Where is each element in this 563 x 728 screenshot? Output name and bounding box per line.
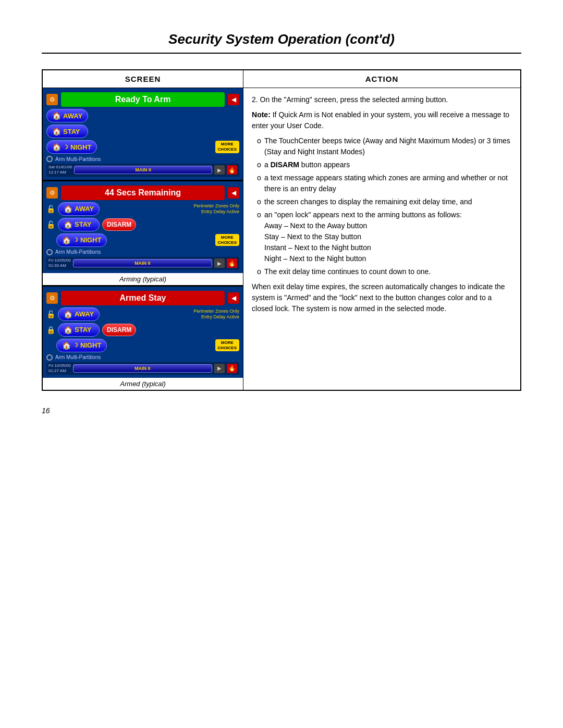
panel-arming: ⚙ 44 Secs Remaining ◀ 🔓 🏠 AWAY Perimeter… (43, 180, 243, 273)
house-stay-icon: 🏠 (52, 127, 61, 135)
house-stay-icon-2: 🏠 (64, 220, 72, 229)
panel-armed: ⚙ Armed Stay ◀ 🔓 🏠 AWAY Perimeter Zones … (43, 285, 243, 378)
fire-icon-3[interactable]: 🔥 (227, 364, 237, 373)
night-button-3[interactable]: 🏠 ☽ NIGHT (56, 339, 107, 352)
datetime-1: Sat 01/61/0012:17 AM (48, 165, 72, 176)
arm-multi-row-1: Arm Multi-Partitions (46, 156, 239, 162)
house-away-icon-3: 🏠 (64, 310, 72, 318)
radio-multi-1[interactable] (46, 156, 53, 162)
action-paragraph2: When exit delay time expires, the screen… (252, 281, 512, 314)
night-button[interactable]: 🏠 ☽ NIGHT (46, 140, 97, 154)
settings-icon[interactable]: ⚙ (46, 94, 58, 105)
lock-open-away-3: 🔓 (46, 310, 55, 318)
video-icon-1[interactable]: ▶ (214, 165, 225, 175)
house-night-icon-2: 🏠 (62, 236, 71, 244)
lock-open-stay: 🔓 (46, 220, 55, 229)
fire-icon-1[interactable]: 🔥 (227, 165, 237, 175)
perimeter-label: Perimeter Zones OnlyEntry Delay Active (102, 203, 239, 215)
stay-row: 🏠 STAY (46, 125, 239, 138)
more-choices-button-1[interactable]: MORECHOICES (215, 141, 239, 153)
away-button-2[interactable]: 🏠 AWAY (58, 202, 100, 216)
moon-icon-2: ☽ (73, 237, 78, 243)
bottom-bar-3: Fri 10/05/0001:27 AM MAIN II ▶ 🔥 (46, 362, 239, 375)
arm-multi-row-2: Arm Multi-Partitions (46, 249, 239, 255)
perimeter-label-3: Perimeter Zones OnlyEntry Delay Active (102, 309, 239, 320)
status-ready-bar: Ready To Arm (61, 92, 225, 107)
bullet-2: a DISARM button appears (257, 159, 512, 170)
radio-multi-3[interactable] (46, 354, 53, 361)
stay-row-3: 🔒 🏠 STAY DISARM (46, 323, 239, 337)
arm-multi-row-3: Arm Multi-Partitions (46, 354, 239, 361)
disarm-button-3[interactable]: DISARM (102, 324, 136, 336)
more-choices-button-2[interactable]: MORECHOICES (215, 234, 239, 246)
lock-open-away: 🔓 (46, 205, 55, 213)
night-row-2: 🏠 ☽ NIGHT MORECHOICES (46, 233, 239, 247)
content-table: SCREEN ACTION ⚙ Ready To Arm ◀ 🏠 AWAY (42, 69, 521, 391)
radio-multi-2[interactable] (46, 249, 53, 255)
moon-icon-3: ☽ (73, 342, 78, 349)
house-away-icon-2: 🏠 (64, 205, 72, 213)
moon-icon: ☽ (63, 144, 68, 151)
page-title: Security System Operation (cont'd) (42, 31, 521, 54)
away-row: 🏠 AWAY (46, 109, 239, 122)
page-number: 16 (42, 406, 521, 415)
away-button[interactable]: 🏠 AWAY (46, 109, 88, 122)
bullet-3: a text message appears stating which zon… (257, 172, 512, 194)
bullet-4: the screen changes to display the remain… (257, 196, 512, 207)
action-header: ACTION (243, 70, 521, 88)
house-night-icon: 🏠 (52, 143, 61, 151)
alert-icon-2[interactable]: ◀ (228, 187, 239, 199)
settings-icon-2[interactable]: ⚙ (46, 187, 58, 199)
alert-icon[interactable]: ◀ (228, 94, 239, 105)
bullet-1: The TouchCenter beeps twice (Away and Ni… (257, 135, 512, 157)
arming-caption: Arming (typical) (43, 273, 243, 285)
stay-row-2: 🔓 🏠 STAY DISARM (46, 218, 239, 231)
main-button-1[interactable]: MAIN II (74, 166, 212, 174)
disarm-button-2[interactable]: DISARM (102, 218, 136, 231)
panel-ready: ⚙ Ready To Arm ◀ 🏠 AWAY 🏠 STAY (43, 88, 243, 180)
house-away-icon: 🏠 (52, 112, 61, 120)
more-choices-button-3[interactable]: MORECHOICES (215, 339, 239, 351)
screen-header: SCREEN (42, 70, 243, 88)
action-note: Note: If Quick Arm is Not enabled in you… (252, 109, 512, 131)
bullet-5: an "open lock" appears next to the armin… (257, 209, 512, 264)
note-text: If Quick Arm is Not enabled in your syst… (252, 110, 509, 130)
night-button-2[interactable]: 🏠 ☽ NIGHT (56, 233, 107, 247)
lock-closed-stay-3: 🔒 (46, 326, 55, 334)
stay-button-3[interactable]: 🏠 STAY (58, 323, 100, 337)
main-button-2[interactable]: MAIN II (73, 259, 212, 267)
main-button-3[interactable]: MAIN II (73, 364, 212, 373)
house-stay-icon-3: 🏠 (64, 326, 72, 334)
away-button-3[interactable]: 🏠 AWAY (58, 307, 100, 321)
note-label: Note: (252, 110, 271, 119)
night-row-3: 🏠 ☽ NIGHT MORECHOICES (46, 339, 239, 352)
action-cell: 2. On the "Arming" screen, press the sel… (243, 88, 521, 391)
status-armed-bar: Armed Stay (61, 291, 225, 305)
fire-icon-2[interactable]: 🔥 (227, 258, 237, 268)
away-row-3: 🔓 🏠 AWAY Perimeter Zones OnlyEntry Delay… (46, 307, 239, 321)
stay-button-2[interactable]: 🏠 STAY (58, 218, 100, 231)
armed-caption: Armed (typical) (43, 378, 243, 390)
stay-button[interactable]: 🏠 STAY (46, 125, 88, 138)
action-bullets: The TouchCenter beeps twice (Away and Ni… (257, 135, 512, 277)
alert-icon-3[interactable]: ◀ (228, 292, 239, 304)
bottom-bar-1: Sat 01/61/0012:17 AM MAIN II ▶ 🔥 (46, 164, 239, 177)
video-icon-3[interactable]: ▶ (214, 364, 225, 373)
screen-cell: ⚙ Ready To Arm ◀ 🏠 AWAY 🏠 STAY (42, 88, 243, 391)
bullet-6: The exit delay time continues to count d… (257, 266, 512, 277)
action-step2: 2. On the "Arming" screen, press the sel… (252, 94, 512, 105)
settings-icon-3[interactable]: ⚙ (46, 292, 58, 304)
night-row: 🏠 ☽ NIGHT MORECHOICES (46, 140, 239, 154)
datetime-2: Fri 10/05/0001:30 AM (48, 258, 71, 269)
away-row-2: 🔓 🏠 AWAY Perimeter Zones OnlyEntry Delay… (46, 202, 239, 216)
datetime-3: Fri 10/05/0001:27 AM (48, 363, 71, 374)
status-arming-bar: 44 Secs Remaining (61, 186, 225, 200)
video-icon-2[interactable]: ▶ (214, 258, 225, 268)
house-night-icon-3: 🏠 (62, 341, 71, 350)
bottom-bar-2: Fri 10/05/0001:30 AM MAIN II ▶ 🔥 (46, 257, 239, 270)
